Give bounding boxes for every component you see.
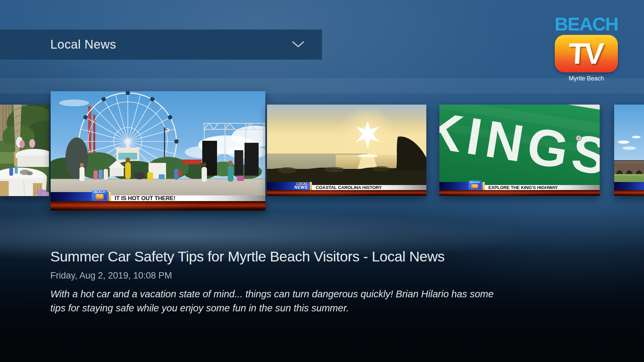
video-card-coastal-sunset[interactable]: LOCAL NEWS COASTAL CAROLINA HISTORY: [267, 105, 426, 196]
banner-brand-box: BEACH TV: [439, 182, 483, 190]
thumbnail-image: [0, 105, 49, 196]
thumbnail-image: [614, 105, 644, 185]
video-card-fort-lawn[interactable]: [614, 105, 644, 196]
thumbnail-image: [51, 91, 265, 195]
banner-headline-bar: IT IS HOT OUT THERE!: [111, 195, 265, 201]
logo-wordmark-tv: TV: [568, 37, 605, 71]
video-details: Summer Car Safety Tips for Myrtle Beach …: [50, 248, 567, 315]
video-card-outdoor-event[interactable]: [0, 105, 49, 196]
banner-red-strip: [51, 201, 265, 210]
thumbnail-image: [267, 105, 426, 185]
app-screen: Local News BEACH TV Myrtle Beach: [0, 0, 644, 362]
lower-third-banner: BEACH TV IT IS HOT OUT THERE!: [51, 192, 265, 210]
category-selected-label: Local News: [50, 38, 116, 52]
video-title: Summer Car Safety Tips for Myrtle Beach …: [50, 248, 567, 265]
banner-headline-bar: COASTAL CAROLINA HISTORY: [312, 185, 426, 190]
chevron-down-icon[interactable]: [292, 41, 305, 48]
video-card-ferris-wheel[interactable]: BEACH TV IT IS HOT OUT THERE!: [51, 91, 265, 210]
beach-tv-mini-logo-icon: BEACH TV: [92, 190, 107, 200]
beach-tv-logo: BEACH TV Myrtle Beach: [554, 15, 619, 82]
logo-subtitle: Myrtle Beach: [554, 75, 619, 82]
banner-red-strip: [439, 190, 600, 196]
beach-tv-mini-logo-icon: BEACH TV: [469, 181, 481, 189]
video-date: Friday, Aug 2, 2019, 10:08 PM: [50, 270, 567, 281]
video-card-kings-highway[interactable]: KINGS BEACH TV EXPLORE THE: [439, 105, 600, 196]
category-dropdown[interactable]: Local News: [0, 29, 322, 60]
video-description: With a hot car and a vacation state of m…: [50, 287, 506, 315]
local-news-mini-logo-icon: LOCAL NEWS: [294, 182, 308, 189]
banner-yellow-divider: [109, 192, 111, 201]
logo-wordmark-beach: BEACH: [554, 15, 619, 34]
banner-brand-box: BEACH TV: [51, 192, 109, 201]
banner-brand-box: [614, 182, 644, 190]
banner-headline-bar: EXPLORE THE KING'S HIGHWAY: [485, 185, 600, 190]
banner-red-strip: [267, 190, 426, 196]
banner-headline: IT IS HOT OUT THERE!: [111, 195, 175, 201]
lower-third-banner: BEACH TV EXPLORE THE KING'S HIGHWAY: [439, 182, 600, 196]
lower-third-banner: LOCAL NEWS COASTAL CAROLINA HISTORY: [267, 182, 426, 196]
logo-tv-box: TV: [555, 35, 618, 72]
banner-headline: COASTAL CAROLINA HISTORY: [312, 185, 382, 190]
banner-red-strip: [614, 190, 644, 196]
banner-brand-box: LOCAL NEWS: [267, 182, 310, 190]
banner-headline: EXPLORE THE KING'S HIGHWAY: [485, 185, 558, 190]
lower-third-banner: [614, 182, 644, 196]
thumbnail-image: KINGS: [439, 105, 600, 185]
